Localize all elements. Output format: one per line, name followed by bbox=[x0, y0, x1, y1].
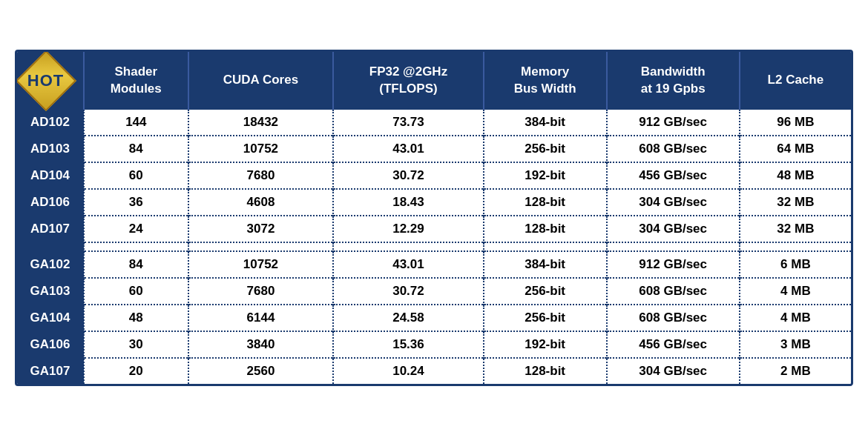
fp32: 43.01 bbox=[333, 251, 483, 278]
bandwidth: 608 GB/sec bbox=[607, 278, 740, 305]
cuda-cores: 2560 bbox=[188, 358, 334, 384]
shader-modules: 48 bbox=[84, 305, 188, 331]
l2-cache: 64 MB bbox=[740, 136, 851, 162]
bandwidth: 912 GB/sec bbox=[607, 251, 740, 278]
hot-diamond: HOT bbox=[16, 50, 76, 110]
gpu-name: GA103 bbox=[17, 278, 84, 305]
fp32: 30.72 bbox=[333, 278, 483, 305]
hot-text: HOT bbox=[27, 70, 64, 91]
fp32: 30.72 bbox=[333, 162, 483, 189]
bus-width: 192-bit bbox=[484, 162, 607, 189]
cuda-cores: 3840 bbox=[188, 331, 334, 358]
shader-modules: 30 bbox=[84, 331, 188, 358]
table-row: AD107 24 3072 12.29 128-bit 304 GB/sec 3… bbox=[17, 216, 851, 242]
gpu-name: GA104 bbox=[17, 305, 84, 331]
fp32: 12.29 bbox=[333, 216, 483, 242]
gpu-name: GA107 bbox=[17, 358, 84, 384]
cuda-cores: 3072 bbox=[188, 216, 334, 242]
sep-cell bbox=[17, 242, 84, 251]
cuda-cores: 10752 bbox=[188, 251, 334, 278]
table-row: AD102 144 18432 73.73 384-bit 912 GB/sec… bbox=[17, 110, 851, 136]
cuda-cores: 7680 bbox=[188, 278, 334, 305]
table-row: GA107 20 2560 10.24 128-bit 304 GB/sec 2… bbox=[17, 358, 851, 384]
l2-cache: 6 MB bbox=[740, 251, 851, 278]
cuda-cores: 10752 bbox=[188, 136, 334, 162]
bandwidth: 608 GB/sec bbox=[607, 305, 740, 331]
gpu-name: AD106 bbox=[17, 189, 84, 216]
table-row: AD104 60 7680 30.72 192-bit 456 GB/sec 4… bbox=[17, 162, 851, 189]
header-l2-cache: L2 Cache bbox=[740, 52, 851, 110]
l2-cache: 96 MB bbox=[740, 110, 851, 136]
header-logo-cell: HOT bbox=[17, 52, 84, 110]
bus-width: 128-bit bbox=[484, 216, 607, 242]
header-memory-bus: Memory Bus Width bbox=[484, 52, 607, 110]
header-cuda-cores: CUDA Cores bbox=[188, 52, 334, 110]
gpu-name: AD102 bbox=[17, 110, 84, 136]
bandwidth: 912 GB/sec bbox=[607, 110, 740, 136]
header-shader-modules: Shader Modules bbox=[84, 52, 188, 110]
header-fp32: FP32 @2GHz (TFLOPS) bbox=[333, 52, 483, 110]
l2-cache: 48 MB bbox=[740, 162, 851, 189]
gpu-name: AD107 bbox=[17, 216, 84, 242]
bandwidth: 304 GB/sec bbox=[607, 216, 740, 242]
table-row: AD106 36 4608 18.43 128-bit 304 GB/sec 3… bbox=[17, 189, 851, 216]
shader-modules: 24 bbox=[84, 216, 188, 242]
header-bandwidth: Bandwidth at 19 Gpbs bbox=[607, 52, 740, 110]
l2-cache: 4 MB bbox=[740, 305, 851, 331]
bus-width: 384-bit bbox=[484, 251, 607, 278]
cuda-cores: 18432 bbox=[188, 110, 334, 136]
bandwidth: 456 GB/sec bbox=[607, 162, 740, 189]
cuda-cores: 6144 bbox=[188, 305, 334, 331]
cuda-cores: 4608 bbox=[188, 189, 334, 216]
cuda-cores: 7680 bbox=[188, 162, 334, 189]
fp32: 73.73 bbox=[333, 110, 483, 136]
l2-cache: 3 MB bbox=[740, 331, 851, 358]
table-row: GA103 60 7680 30.72 256-bit 608 GB/sec 4… bbox=[17, 278, 851, 305]
l2-cache: 32 MB bbox=[740, 216, 851, 242]
bandwidth: 304 GB/sec bbox=[607, 358, 740, 384]
fp32: 18.43 bbox=[333, 189, 483, 216]
gpu-name: AD103 bbox=[17, 136, 84, 162]
bandwidth: 608 GB/sec bbox=[607, 136, 740, 162]
gpu-name: GA102 bbox=[17, 251, 84, 278]
l2-cache: 4 MB bbox=[740, 278, 851, 305]
shader-modules: 36 bbox=[84, 189, 188, 216]
separator-row bbox=[17, 242, 851, 251]
bus-width: 384-bit bbox=[484, 110, 607, 136]
shader-modules: 144 bbox=[84, 110, 188, 136]
gpu-comparison-table: HOT Shader Modules CUDA Cores FP32 @2GHz… bbox=[15, 50, 853, 386]
fp32: 43.01 bbox=[333, 136, 483, 162]
fp32: 15.36 bbox=[333, 331, 483, 358]
shader-modules: 84 bbox=[84, 136, 188, 162]
bandwidth: 304 GB/sec bbox=[607, 189, 740, 216]
bandwidth: 456 GB/sec bbox=[607, 331, 740, 358]
l2-cache: 32 MB bbox=[740, 189, 851, 216]
table-row: GA102 84 10752 43.01 384-bit 912 GB/sec … bbox=[17, 251, 851, 278]
gpu-name: GA106 bbox=[17, 331, 84, 358]
shader-modules: 20 bbox=[84, 358, 188, 384]
gpu-name: AD104 bbox=[17, 162, 84, 189]
table-row: GA104 48 6144 24.58 256-bit 608 GB/sec 4… bbox=[17, 305, 851, 331]
shader-modules: 60 bbox=[84, 278, 188, 305]
l2-cache: 2 MB bbox=[740, 358, 851, 384]
table-row: AD103 84 10752 43.01 256-bit 608 GB/sec … bbox=[17, 136, 851, 162]
shader-modules: 60 bbox=[84, 162, 188, 189]
shader-modules: 84 bbox=[84, 251, 188, 278]
bus-width: 128-bit bbox=[484, 358, 607, 384]
bus-width: 128-bit bbox=[484, 189, 607, 216]
bus-width: 256-bit bbox=[484, 305, 607, 331]
bus-width: 256-bit bbox=[484, 278, 607, 305]
bus-width: 256-bit bbox=[484, 136, 607, 162]
table-header-row: HOT Shader Modules CUDA Cores FP32 @2GHz… bbox=[17, 52, 851, 110]
hot-logo: HOT bbox=[17, 52, 75, 110]
table-row: GA106 30 3840 15.36 192-bit 456 GB/sec 3… bbox=[17, 331, 851, 358]
bus-width: 192-bit bbox=[484, 331, 607, 358]
fp32: 24.58 bbox=[333, 305, 483, 331]
fp32: 10.24 bbox=[333, 358, 483, 384]
